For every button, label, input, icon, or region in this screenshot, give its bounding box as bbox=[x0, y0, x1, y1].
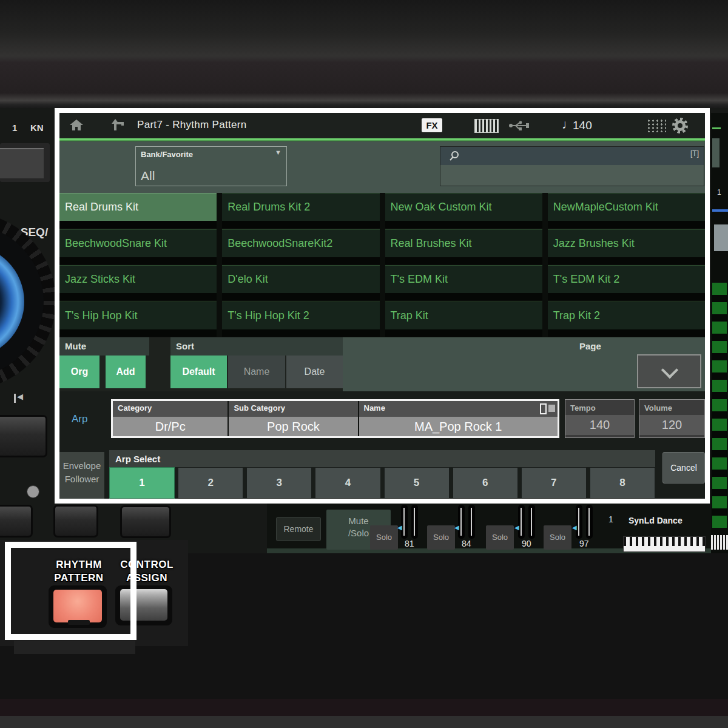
callout-highlight-frame bbox=[5, 542, 136, 640]
mute-org-button[interactable]: Org bbox=[59, 356, 99, 388]
sub-display-screen bbox=[0, 148, 44, 178]
fader-slot[interactable] bbox=[458, 505, 465, 539]
kit-led-strip bbox=[548, 293, 705, 300]
arp-select-8[interactable]: 8 bbox=[590, 467, 655, 499]
kit-cell[interactable]: T's EDM Kit 2 bbox=[548, 265, 705, 302]
page-title: Part7 - Rhythm Pattern bbox=[137, 119, 246, 131]
kit-cell[interactable]: BeechwoodSnare Kit bbox=[59, 229, 217, 266]
fader-slot[interactable] bbox=[586, 505, 593, 539]
arp-select-5[interactable]: 5 bbox=[384, 467, 450, 499]
arp-category-field[interactable]: Category Dr/Pc bbox=[113, 401, 228, 436]
bank-favorite-dropdown[interactable]: Bank/Favorite ▼ All bbox=[135, 146, 287, 186]
fader-slot[interactable] bbox=[401, 505, 408, 539]
tempo-value[interactable]: 140 bbox=[573, 119, 592, 132]
fader-marker-icon: ◀ bbox=[397, 524, 402, 531]
keyboard-list-icon-box bbox=[548, 405, 555, 412]
remote-button[interactable]: Remote bbox=[276, 517, 321, 541]
envelope-follower-label-line1: Envelope bbox=[59, 460, 104, 471]
arp-select-4[interactable]: 4 bbox=[315, 467, 380, 499]
arp-select-1[interactable]: 1 bbox=[109, 467, 175, 499]
sort-date-button[interactable]: Date bbox=[286, 356, 343, 388]
kit-cell[interactable]: Real Drums Kit bbox=[59, 193, 217, 229]
solo-button-2[interactable]: Solo bbox=[427, 525, 455, 550]
transport-button[interactable] bbox=[0, 415, 47, 457]
fader-slot[interactable] bbox=[468, 505, 475, 539]
knob-index-row: 1 KN bbox=[0, 121, 55, 136]
kit-cell[interactable]: Jazz Sticks Kit bbox=[59, 265, 217, 302]
kit-led-strip bbox=[548, 329, 705, 337]
kit-cell[interactable]: NewMapleCustom Kit bbox=[548, 193, 705, 229]
arp-subcategory-field[interactable]: Sub Category Pop Rock bbox=[229, 401, 357, 436]
kit-cell[interactable]: BeechwoodSnareKit2 bbox=[222, 229, 379, 266]
kit-led-strip bbox=[222, 293, 379, 300]
kit-cell[interactable]: D'elo Kit bbox=[222, 265, 379, 302]
kit-cell[interactable]: T's Hip Hop Kit 2 bbox=[222, 302, 379, 338]
kit-cell[interactable]: Real Brushes Kit bbox=[385, 229, 542, 266]
search-input[interactable]: [T] bbox=[440, 146, 704, 186]
panel-button-3[interactable] bbox=[120, 505, 171, 538]
page-section-label: Page bbox=[579, 341, 601, 351]
fader-value: 84 bbox=[462, 539, 471, 548]
fader-slot[interactable] bbox=[518, 505, 525, 539]
kit-cell[interactable]: Trap Kit bbox=[385, 302, 542, 338]
arp-select-2[interactable]: 2 bbox=[178, 467, 243, 499]
pad-grid-icon[interactable] bbox=[647, 119, 666, 132]
kit-name: Real Brushes Kit bbox=[385, 229, 542, 257]
search-icon bbox=[449, 150, 460, 161]
fader-slot[interactable] bbox=[528, 505, 535, 539]
cancel-button[interactable]: Cancel bbox=[662, 452, 705, 484]
kit-cell[interactable]: Jazz Brushes Kit bbox=[548, 229, 705, 266]
sort-section-label: Sort bbox=[170, 337, 343, 356]
keyboard-icon[interactable] bbox=[474, 119, 499, 133]
edge-teal-block bbox=[712, 138, 720, 167]
list-controls-row: Mute Org Add Sort Default Name Date Page bbox=[59, 337, 705, 391]
kit-led-strip bbox=[548, 221, 705, 228]
record-indicator-dot bbox=[27, 485, 39, 498]
edge-slider-block bbox=[714, 224, 728, 251]
solo-button-3[interactable]: Solo bbox=[486, 525, 514, 550]
arp-name-field[interactable]: Name MA_Pop Rock 1 bbox=[359, 401, 558, 436]
kit-cell[interactable]: T's EDM Kit bbox=[385, 265, 542, 302]
fader-slot[interactable] bbox=[411, 505, 418, 539]
kit-name: Trap Kit 2 bbox=[548, 302, 705, 329]
mute-add-button[interactable]: Add bbox=[106, 356, 146, 388]
volume-field-value: 120 bbox=[639, 415, 704, 435]
kit-name: T's EDM Kit 2 bbox=[548, 265, 705, 293]
page-dropdown-button[interactable] bbox=[637, 354, 701, 388]
skip-back-icon bbox=[14, 394, 16, 403]
kit-cell[interactable]: Real Drums Kit 2 bbox=[222, 193, 379, 229]
arp-select-row: Envelope Follower Arp Select 1 2 3 4 5 6… bbox=[59, 448, 705, 499]
rhythm-pattern-screen: Part7 - Rhythm Pattern FX ♩ 140 bbox=[59, 113, 705, 499]
kit-cell[interactable]: Trap Kit 2 bbox=[548, 302, 705, 338]
screen-header-bar: Part7 - Rhythm Pattern FX ♩ 140 bbox=[59, 113, 705, 138]
kit-name: NewMapleCustom Kit bbox=[548, 193, 705, 221]
category-label: Category bbox=[113, 401, 228, 417]
screen-overlay-frame: Part7 - Rhythm Pattern FX ♩ 140 bbox=[55, 108, 710, 504]
edge-blue-line bbox=[712, 209, 728, 212]
arp-select-3[interactable]: 3 bbox=[246, 467, 312, 499]
sort-name-button[interactable]: Name bbox=[228, 356, 285, 388]
arp-select-7[interactable]: 7 bbox=[521, 467, 587, 499]
panel-button-1[interactable] bbox=[0, 505, 33, 538]
solo-button-1[interactable]: Solo bbox=[370, 525, 398, 550]
sort-default-button[interactable]: Default bbox=[170, 356, 227, 388]
kit-led-strip bbox=[59, 257, 217, 265]
hardware-red-band bbox=[0, 699, 728, 716]
arp-select-6[interactable]: 6 bbox=[453, 467, 518, 499]
bank-favorite-value: All bbox=[141, 169, 155, 183]
arp-volume-field[interactable]: Volume 120 bbox=[639, 399, 705, 438]
arp-tempo-field[interactable]: Tempo 140 bbox=[565, 399, 635, 438]
panel-button-2[interactable] bbox=[53, 505, 98, 538]
fader-slot[interactable] bbox=[576, 505, 582, 539]
kit-cell[interactable]: New Oak Custom Kit bbox=[385, 193, 542, 229]
subcategory-value: Pop Rock bbox=[229, 417, 357, 436]
solo-button-4[interactable]: Solo bbox=[544, 525, 571, 550]
envelope-follower-button[interactable]: Envelope Follower bbox=[59, 452, 104, 499]
fx-badge[interactable]: FX bbox=[422, 118, 442, 132]
home-icon[interactable] bbox=[69, 119, 84, 131]
bank-favorite-label: Bank/Favorite bbox=[141, 150, 193, 159]
kit-led-strip bbox=[59, 329, 217, 337]
back-up-icon[interactable] bbox=[110, 118, 125, 132]
keyboard-graphic bbox=[623, 536, 706, 552]
kit-cell[interactable]: T's Hip Hop Kit bbox=[59, 302, 217, 338]
